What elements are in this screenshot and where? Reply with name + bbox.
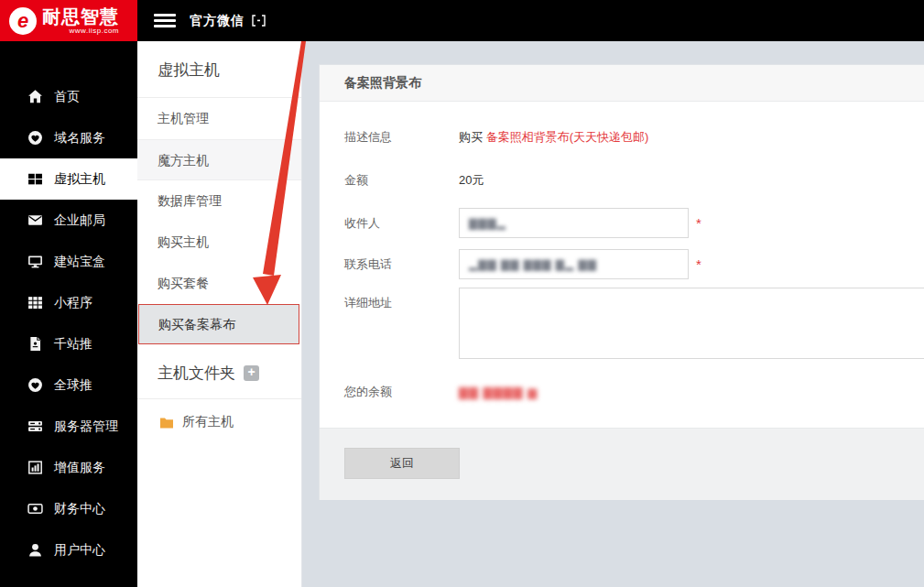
- address-label: 详细地址: [344, 288, 459, 311]
- sidebar-item-website-builder[interactable]: 建站宝盒: [0, 241, 137, 282]
- sidebar-item-user-center[interactable]: 用户中心: [0, 529, 137, 571]
- submenu-item-database-management[interactable]: 数据库管理: [137, 180, 301, 222]
- brand-logo-icon: e: [9, 7, 37, 35]
- submenu-item-buy-package[interactable]: 购买套餐: [137, 263, 301, 304]
- brand-name: 耐思智慧: [42, 7, 119, 26]
- top-bar: 官方微信: [137, 0, 924, 41]
- sidebar-item-home[interactable]: 首页: [0, 76, 137, 117]
- amount-label: 金额: [344, 172, 459, 189]
- secondary-sidebar: 虚拟主机 主机管理 魔方主机 数据库管理 购买主机 购买套餐 购买备案幕布 主机…: [137, 41, 302, 587]
- sidebar-item-finance-center[interactable]: 财务中心: [0, 488, 137, 529]
- sidebar-item-label: 财务中心: [54, 501, 105, 517]
- heart-globe-icon: [27, 130, 43, 146]
- expand-icon[interactable]: [252, 15, 266, 27]
- sidebar-item-label: 虚拟主机: [54, 171, 105, 188]
- sidebar-item-quanqiutui[interactable]: 全球推: [0, 364, 137, 406]
- sidebar-item-virtual-hosting[interactable]: 虚拟主机: [0, 158, 137, 200]
- recipient-row: 收件人 ▇▇▇▂ *: [344, 208, 924, 238]
- host-folder-title: 主机文件夹: [158, 363, 235, 384]
- sidebar-item-label: 域名服务: [54, 130, 105, 147]
- address-row: 详细地址: [344, 288, 924, 359]
- primary-nav: 首页 域名服务 虚拟主机 企业邮局 建站宝盒 小程序 千站推 全球推: [0, 41, 137, 571]
- phone-masked-value: ▂▇▇ ▇▇ ▇▇▇ ▇▂ ▇▇: [469, 258, 597, 271]
- user-icon: [27, 542, 43, 558]
- description-label: 描述信息: [344, 129, 459, 146]
- sidebar-item-label: 服务器管理: [54, 419, 118, 435]
- all-hosts-item[interactable]: 所有主机: [137, 399, 301, 430]
- sidebar-item-label: 增值服务: [54, 460, 105, 476]
- official-wechat-link[interactable]: 官方微信: [190, 13, 245, 29]
- sidebar-item-value-added-services[interactable]: 增值服务: [0, 447, 137, 488]
- phone-label: 联系电话: [344, 256, 459, 273]
- submenu-item-buy-host[interactable]: 购买主机: [137, 222, 301, 263]
- sidebar-item-enterprise-mail[interactable]: 企业邮局: [0, 200, 137, 241]
- recipient-masked-value: ▇▇▇▂: [469, 217, 506, 230]
- sidebar-item-label: 千站推: [54, 336, 92, 353]
- sidebar-item-label: 企业邮局: [54, 212, 105, 229]
- submenu-title: 虚拟主机: [137, 41, 301, 98]
- brand-logo[interactable]: e 耐思智慧 www.iisp.com: [0, 0, 137, 41]
- sidebar-item-domain-services[interactable]: 域名服务: [0, 117, 137, 158]
- money-icon: [27, 501, 43, 516]
- backdrop-purchase-panel: 备案照背景布 描述信息 购买 备案照相背景布(天天快递包邮) 金额 20元 收件…: [319, 64, 924, 500]
- recipient-input[interactable]: ▇▇▇▂: [459, 208, 689, 238]
- panel-title: 备案照背景布: [320, 65, 924, 102]
- description-highlight: 备案照相背景布(天天快递包邮): [486, 130, 649, 144]
- phone-row: 联系电话 ▂▇▇ ▇▇ ▇▇▇ ▇▂ ▇▇ *: [344, 249, 924, 279]
- required-asterisk: *: [696, 219, 701, 228]
- description-prefix: 购买: [459, 130, 486, 144]
- folder-icon: [159, 417, 174, 429]
- required-asterisk: *: [696, 260, 701, 269]
- sidebar-item-mini-program[interactable]: 小程序: [0, 282, 137, 323]
- all-hosts-label: 所有主机: [182, 414, 234, 430]
- add-folder-button[interactable]: +: [244, 365, 259, 381]
- balance-label: 您的余额: [344, 384, 459, 400]
- submenu-item-host-management[interactable]: 主机管理: [137, 98, 301, 139]
- submenu-item-buy-icp-backdrop[interactable]: 购买备案幕布: [138, 304, 299, 344]
- server-icon: [27, 419, 43, 434]
- chart-icon: [27, 460, 43, 475]
- sidebar-item-qianzhantui[interactable]: 千站推: [0, 323, 137, 364]
- recipient-label: 收件人: [344, 215, 459, 232]
- sidebar-item-label: 建站宝盒: [54, 254, 105, 270]
- submenu-item-cube-host[interactable]: 魔方主机: [137, 139, 301, 180]
- brand-url: www.iisp.com: [42, 27, 119, 35]
- balance-masked-value: ▇▇ ▇▇▇▇ ▆: [459, 386, 538, 399]
- panel-footer: 返回: [320, 428, 924, 500]
- sidebar-item-label: 小程序: [54, 295, 92, 311]
- home-icon: [27, 89, 43, 104]
- amount-row: 金额 20元: [344, 172, 924, 189]
- desktop-icon: [27, 254, 43, 269]
- sidebar-item-label: 用户中心: [54, 542, 105, 559]
- sidebar-item-label: 首页: [54, 89, 80, 105]
- balance-row: 您的余额 ▇▇ ▇▇▇▇ ▆: [344, 384, 924, 400]
- sidebar-item-label: 全球推: [54, 377, 92, 394]
- primary-sidebar: e 耐思智慧 www.iisp.com 首页 域名服务 虚拟主机 企业邮局 建站…: [0, 0, 137, 587]
- sidebar-item-server-management[interactable]: 服务器管理: [0, 406, 137, 447]
- envelope-icon: [27, 212, 43, 228]
- windows-icon: [27, 171, 43, 187]
- heart-globe-icon: [27, 377, 43, 393]
- back-button[interactable]: 返回: [344, 448, 460, 479]
- grid-icon: [27, 295, 43, 310]
- file-icon: [27, 336, 43, 352]
- phone-input[interactable]: ▂▇▇ ▇▇ ▇▇▇ ▇▂ ▇▇: [459, 249, 689, 279]
- amount-value: 20元: [459, 172, 484, 189]
- description-row: 描述信息 购买 备案照相背景布(天天快递包邮): [344, 129, 924, 146]
- hamburger-menu-icon[interactable]: [154, 11, 176, 30]
- main-content: 备案照背景布 描述信息 购买 备案照相背景布(天天快递包邮) 金额 20元 收件…: [302, 41, 924, 587]
- address-textarea[interactable]: [459, 288, 924, 359]
